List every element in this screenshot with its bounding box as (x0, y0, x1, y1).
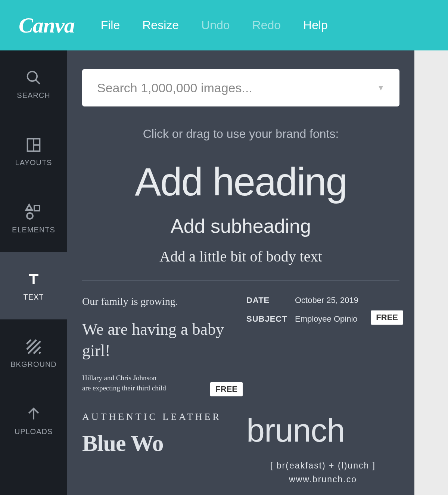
sidebar-item-text[interactable]: TEXT (0, 252, 67, 319)
sidebar-item-label: UPLOADS (15, 427, 53, 436)
sidebar-item-label: SEARCH (17, 91, 50, 100)
template-value: October 25, 2019 (295, 296, 358, 305)
search-icon (25, 69, 43, 87)
template-text-line: are expecting their third child (82, 384, 166, 392)
main-area: SEARCH LAYOUTS ELEMENTS TEXT (0, 50, 448, 495)
svg-marker-5 (26, 205, 32, 210)
text-template-baby[interactable]: Our family is growing. We are having a b… (82, 296, 235, 400)
menu-undo[interactable]: Undo (201, 18, 230, 32)
text-panel: ▼ Click or drag to use your brand fonts:… (67, 50, 414, 495)
add-subheading-option[interactable]: Add subheading (82, 215, 399, 237)
text-template-leather[interactable]: AUTHENTIC LEATHER Blue Wo (82, 411, 235, 495)
canvas-area[interactable] (414, 50, 448, 495)
template-text-line: [ br(eakfast) + (l)unch ] (270, 461, 376, 470)
divider (82, 280, 399, 281)
menu-file[interactable]: File (101, 18, 120, 32)
svg-line-1 (36, 80, 40, 84)
sidebar-item-label: ELEMENTS (12, 226, 55, 234)
free-badge: FREE (210, 382, 243, 396)
chevron-down-icon[interactable]: ▼ (377, 84, 385, 92)
template-text: AUTHENTIC LEATHER (82, 411, 235, 423)
elements-icon (25, 203, 43, 221)
instruction-text: Click or drag to use your brand fonts: (82, 127, 399, 141)
template-text: [ br(eakfast) + (l)unch ] www.brunch.co (246, 459, 399, 486)
top-header: Canva File Resize Undo Redo Help (0, 0, 448, 50)
sidebar: SEARCH LAYOUTS ELEMENTS TEXT (0, 50, 67, 495)
sidebar-item-uploads[interactable]: UPLOADS (0, 387, 67, 454)
free-badge: FREE (371, 310, 403, 325)
template-text-line: Hillary and Chris Johnson (82, 374, 156, 382)
background-icon (25, 338, 43, 356)
search-input[interactable] (97, 81, 377, 95)
menu-redo[interactable]: Redo (252, 18, 281, 32)
text-template-memo[interactable]: DATE October 25, 2019 SUBJECT Employee O… (246, 296, 399, 400)
svg-rect-6 (34, 205, 40, 211)
layouts-icon (25, 136, 43, 154)
template-text: We are having a baby girl! (82, 319, 235, 361)
template-text: Our family is growing. (82, 296, 235, 307)
canva-logo[interactable]: Canva (19, 13, 75, 38)
sidebar-item-label: LAYOUTS (15, 158, 52, 167)
menu-help[interactable]: Help (303, 18, 328, 32)
template-grid: Our family is growing. We are having a b… (82, 296, 399, 495)
sidebar-item-label: BKGROUND (10, 360, 57, 369)
text-icon (25, 270, 43, 288)
svg-point-7 (27, 213, 33, 219)
svg-line-12 (39, 352, 41, 353)
sidebar-item-label: TEXT (23, 293, 44, 301)
svg-line-9 (27, 340, 37, 349)
template-text-line: www.brunch.co (289, 474, 357, 484)
sidebar-item-layouts[interactable]: LAYOUTS (0, 118, 67, 185)
svg-line-8 (27, 340, 31, 344)
menu-resize[interactable]: Resize (142, 18, 179, 32)
sidebar-item-search[interactable]: SEARCH (0, 50, 67, 118)
top-menu: File Resize Undo Redo Help (101, 18, 328, 32)
template-row: DATE October 25, 2019 (246, 296, 399, 305)
add-heading-option[interactable]: Add heading (82, 160, 399, 204)
add-body-text-option[interactable]: Add a little bit of body text (82, 248, 399, 265)
text-template-brunch[interactable]: brunch [ br(eakfast) + (l)unch ] www.bru… (246, 411, 399, 495)
uploads-icon (25, 405, 43, 423)
template-value: Employee Opinio (295, 314, 358, 324)
template-text: Blue Wo (82, 430, 235, 457)
svg-point-0 (28, 71, 37, 81)
template-label: DATE (246, 296, 295, 305)
template-label: SUBJECT (246, 314, 295, 324)
template-text: brunch (246, 411, 399, 449)
sidebar-item-elements[interactable]: ELEMENTS (0, 185, 67, 252)
search-box[interactable]: ▼ (82, 69, 399, 106)
sidebar-item-background[interactable]: BKGROUND (0, 319, 67, 387)
